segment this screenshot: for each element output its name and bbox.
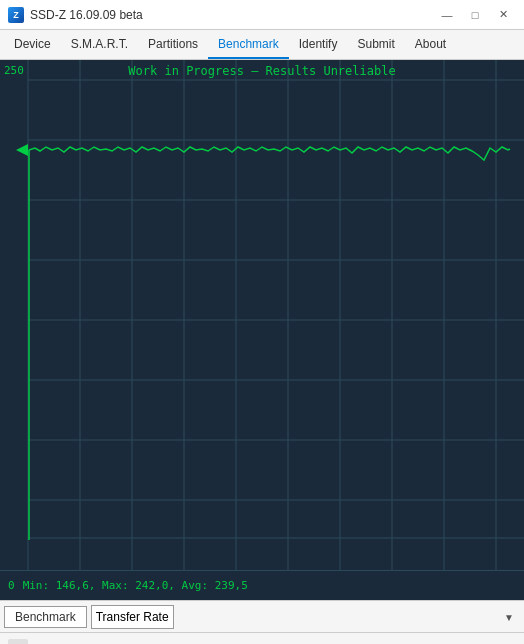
- menu-device[interactable]: Device: [4, 30, 61, 59]
- stats-text: Min: 146,6, Max: 242,0, Avg: 239,5: [23, 579, 248, 592]
- app-icon: Z: [8, 7, 24, 23]
- drive-icon: [8, 639, 28, 645]
- select-arrow-icon: ▼: [504, 611, 514, 622]
- menu-bar: Device S.M.A.R.T. Partitions Benchmark I…: [0, 30, 524, 60]
- menu-smart[interactable]: S.M.A.R.T.: [61, 30, 138, 59]
- main-chart-area: 250 Work in Progress – Results Unreliabl…: [0, 60, 524, 600]
- chart-area: 250 Work in Progress – Results Unreliabl…: [0, 60, 524, 570]
- title-bar: Z SSD-Z 16.09.09 beta — □ ✕: [0, 0, 524, 30]
- menu-submit[interactable]: Submit: [347, 30, 404, 59]
- menu-about[interactable]: About: [405, 30, 456, 59]
- stats-bar: 0 Min: 146,6, Max: 242,0, Avg: 239,5: [0, 570, 524, 600]
- transfer-rate-select-wrapper: Transfer Rate ▼: [91, 605, 520, 629]
- svg-rect-0: [0, 60, 524, 570]
- status-left: USB Flash Disk: [8, 639, 118, 645]
- bottom-toolbar: Benchmark Transfer Rate ▼: [0, 600, 524, 632]
- window-title: SSD-Z 16.09.09 beta: [30, 8, 143, 22]
- y-axis-max-label: 250: [4, 64, 24, 77]
- menu-identify[interactable]: Identify: [289, 30, 348, 59]
- chart-title: Work in Progress – Results Unreliable: [128, 64, 395, 78]
- y-axis-min-label: 0: [8, 579, 15, 592]
- transfer-rate-select[interactable]: Transfer Rate: [91, 605, 174, 629]
- benchmark-button[interactable]: Benchmark: [4, 606, 87, 628]
- chart-svg: [0, 60, 524, 570]
- close-button[interactable]: ✕: [490, 5, 516, 25]
- maximize-button[interactable]: □: [462, 5, 488, 25]
- status-bar: USB Flash Disk www.ssd-tester.com.au: [0, 632, 524, 644]
- title-bar-controls: — □ ✕: [434, 5, 516, 25]
- menu-benchmark[interactable]: Benchmark: [208, 30, 289, 59]
- minimize-button[interactable]: —: [434, 5, 460, 25]
- menu-partitions[interactable]: Partitions: [138, 30, 208, 59]
- title-bar-left: Z SSD-Z 16.09.09 beta: [8, 7, 143, 23]
